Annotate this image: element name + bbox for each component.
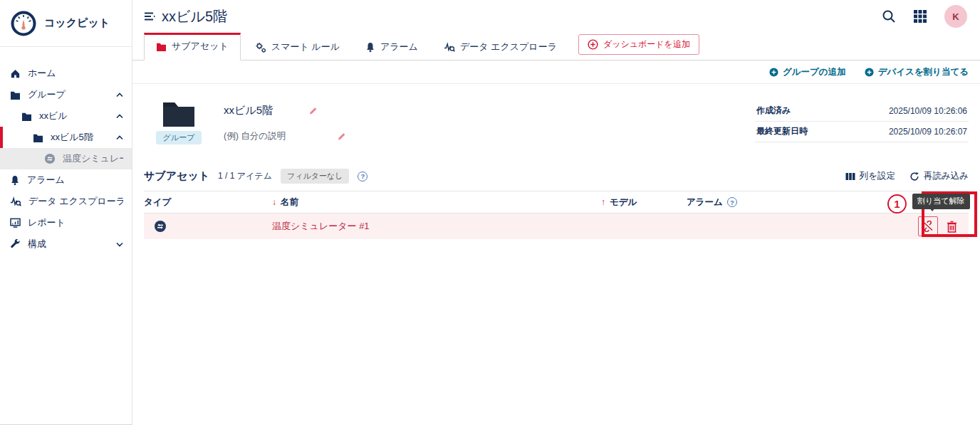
data-explorer-icon [444, 42, 455, 53]
cell-type [144, 220, 272, 233]
chevron-down-icon[interactable] [116, 242, 123, 247]
tab-subassets[interactable]: サブアセット [144, 33, 241, 60]
folder-icon [21, 112, 32, 121]
sidebar-item-label: 構成 [28, 238, 109, 251]
help-icon[interactable]: ? [727, 197, 737, 207]
device-icon [154, 220, 272, 233]
sidebar-item-label: xxビル5階 [51, 131, 109, 144]
app-logo[interactable]: コックピット [0, 0, 132, 47]
assign-device-link[interactable]: デバイスを割り当てる [865, 66, 969, 78]
sidebar-item-home[interactable]: ホーム [0, 63, 132, 84]
column-header-alarms[interactable]: アラーム ? [687, 196, 882, 209]
data-explorer-icon [10, 196, 21, 207]
folder-icon [10, 90, 21, 100]
report-icon [10, 218, 21, 228]
column-label: 名前 [281, 196, 298, 209]
app-switcher-icon[interactable] [913, 9, 927, 23]
unassign-tooltip: 割り当て解除 [912, 194, 970, 209]
reload-label: 再読み込み [924, 170, 969, 182]
sidebar-item-configuration[interactable]: 構成 [0, 233, 132, 255]
page-title: xxビル5階 [162, 7, 227, 26]
add-dashboard-button[interactable]: ダッシュボードを追加 [578, 34, 699, 55]
sort-desc-icon[interactable]: ↓ [272, 197, 276, 207]
main-area: xxビル5階 K [132, 0, 980, 432]
help-icon[interactable]: ? [358, 172, 368, 181]
chevron-up-icon[interactable] [116, 93, 123, 98]
app-root: コックピット ホーム グループ [0, 0, 980, 432]
user-avatar[interactable]: K [944, 5, 967, 28]
subassets-header: サブアセット 1 / 1 アイテム フィルターなし ? 列を設定 [144, 164, 969, 191]
updated-row: 最終更新日時 2025/10/09 10:26:07 [755, 122, 969, 142]
group-type-badge: グループ [156, 131, 202, 144]
columns-icon [845, 172, 855, 181]
delete-button[interactable] [947, 221, 957, 233]
tools-icon [10, 239, 21, 250]
assign-device-label: デバイスを割り当てる [878, 66, 969, 78]
unassign-button[interactable] [918, 216, 938, 236]
cell-name: 温度シミュレーター #1 [272, 220, 601, 233]
created-value: 2025/10/09 10:26:06 [889, 106, 967, 116]
chevron-up-icon[interactable] [116, 114, 123, 119]
updated-value: 2025/10/09 10:26:07 [889, 127, 967, 137]
configure-columns-button[interactable]: 列を設定 [845, 170, 895, 182]
sort-asc-icon[interactable]: ↑ [601, 197, 605, 207]
column-header-type[interactable]: タイプ [144, 196, 272, 209]
sidebar-item-label: ホーム [28, 67, 123, 80]
annotation-number-badge: 1 [887, 194, 907, 214]
add-dashboard-label: ダッシュボードを追加 [603, 38, 690, 51]
asset-tree-icon[interactable] [144, 11, 155, 21]
sidebar-item-label: 温度シミュレーター … [63, 152, 123, 165]
sidebar: コックピット ホーム グループ [0, 0, 132, 425]
group-name: xxビル5階 [224, 104, 273, 117]
tab-smart-rules[interactable]: スマート ルール [244, 34, 351, 60]
table-row[interactable]: 温度シミュレーター #1 [144, 214, 969, 239]
unlink-icon [922, 221, 934, 232]
subassets-title: サブアセット [144, 169, 209, 183]
subassets-count: 1 / 1 アイテム [218, 170, 272, 182]
tab-label: アラーム [380, 41, 418, 53]
plus-circle-filled-icon [769, 68, 778, 77]
column-header-name[interactable]: ↓ 名前 [272, 196, 601, 209]
updated-label: 最終更新日時 [756, 125, 808, 137]
smart-rules-icon [255, 42, 266, 53]
column-label: モデル [610, 196, 637, 209]
created-row: 作成済み 2025/10/09 10:26:06 [755, 101, 969, 122]
trash-icon [947, 221, 957, 233]
folder-icon [156, 42, 167, 51]
sidebar-item-label: アラーム [27, 174, 123, 186]
tab-alarms[interactable]: アラーム [354, 34, 429, 60]
sidebar-item-temperature-simulator[interactable]: 温度シミュレーター … [0, 148, 132, 169]
edit-name-pencil-icon[interactable] [307, 105, 319, 117]
edit-description-pencil-icon[interactable] [335, 130, 348, 142]
sidebar-item-data-explorer[interactable]: データ エクスプローラ [0, 191, 132, 212]
device-icon [44, 153, 56, 164]
subassets-table: タイプ ↓ 名前 ↑ モデル アラーム ? [144, 191, 969, 239]
action-bar: グループの追加 デバイスを割り当てる [132, 60, 980, 84]
sidebar-item-alarms[interactable]: アラーム [0, 169, 132, 191]
sidebar-item-xx-building-5f[interactable]: xxビル5階 [0, 127, 132, 148]
sidebar-item-groups[interactable]: グループ [0, 84, 132, 105]
sidebar-item-reports[interactable]: レポート [0, 212, 132, 233]
search-icon[interactable] [882, 9, 896, 23]
group-description: (例) 自分の説明 [224, 130, 286, 142]
tab-label: スマート ルール [271, 41, 340, 53]
folder-icon [33, 133, 43, 142]
add-group-link[interactable]: グループの追加 [769, 66, 846, 78]
group-folder-icon [162, 100, 196, 127]
tab-data-explorer[interactable]: データ エクスプローラ [432, 34, 568, 60]
tooltip-caret [929, 207, 936, 211]
reload-button[interactable]: 再読み込み [909, 170, 969, 182]
column-header-model[interactable]: ↑ モデル [601, 196, 687, 209]
sidebar-item-xx-building[interactable]: xxビル [0, 105, 132, 127]
chevron-up-icon[interactable] [116, 135, 123, 140]
plus-circle-icon [588, 39, 598, 50]
device-name-link[interactable]: 温度シミュレーター #1 [272, 221, 370, 231]
home-icon [10, 68, 21, 79]
content-area: グループ xxビル5階 (例) 自分の説明 [132, 84, 980, 432]
sidebar-item-label: xxビル [39, 110, 109, 122]
tab-label: サブアセット [172, 40, 229, 53]
tab-label: データ エクスプローラ [460, 41, 557, 53]
sidebar-item-label: グループ [28, 88, 109, 101]
page-header: xxビル5階 K [132, 0, 980, 33]
tab-bar: サブアセット [132, 33, 980, 60]
